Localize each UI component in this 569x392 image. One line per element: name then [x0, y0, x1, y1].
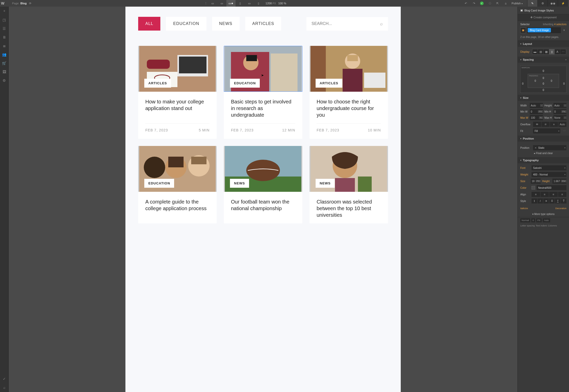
blog-card-image[interactable]: ARTICLES: [138, 46, 217, 92]
selector-dropdown-icon[interactable]: ▾: [562, 29, 566, 32]
page-icon[interactable]: 🗎: [3, 35, 6, 39]
cms-icon[interactable]: ≣: [3, 44, 6, 48]
margin-left[interactable]: 0: [522, 82, 524, 85]
fit-more-icon[interactable]: ⋯: [562, 129, 566, 133]
device-desktop-icon[interactable]: ▭: [217, 0, 226, 7]
spacing-expand-icon[interactable]: ▫: [565, 58, 566, 61]
search-icon[interactable]: ⌕: [380, 21, 383, 26]
section-spacing-header[interactable]: ▾Spacing▫: [518, 57, 569, 63]
inheriting-label[interactable]: Inheriting 4 selectors: [543, 23, 566, 26]
width-input[interactable]: Auto-: [530, 103, 543, 108]
users-icon[interactable]: 👥: [2, 52, 6, 57]
deco-strike-icon[interactable]: T̶: [549, 198, 555, 204]
font-color-swatch[interactable]: [532, 186, 535, 190]
page-name[interactable]: Blog: [20, 2, 27, 5]
padding-right[interactable]: 0: [551, 79, 552, 82]
font-select[interactable]: Satoshi▾: [532, 165, 566, 170]
indent-input[interactable]: Auto: [543, 218, 550, 222]
overflow-visible-icon[interactable]: 👁: [533, 122, 541, 127]
margin-bottom[interactable]: 0: [528, 89, 559, 91]
blog-card-image[interactable]: ▣Blog Card Image⚙➤EDUCATION: [224, 46, 302, 92]
settings-icon[interactable]: ⚙: [3, 78, 6, 83]
category-badge[interactable]: ARTICLES: [144, 79, 171, 88]
category-badge[interactable]: EDUCATION: [230, 79, 260, 88]
filter-tab-news[interactable]: NEWS: [212, 17, 240, 31]
category-badge[interactable]: NEWS: [230, 179, 249, 188]
assets-icon[interactable]: 🖼: [3, 70, 6, 74]
pages-icon[interactable]: ◳: [3, 18, 6, 22]
align-justify-icon[interactable]: ≡: [558, 192, 567, 197]
display-none-icon[interactable]: ⋯: [560, 49, 566, 54]
display-inline-icon[interactable]: A: [555, 49, 560, 54]
blog-card-image[interactable]: NEWS: [309, 146, 388, 192]
search-box[interactable]: ⌕: [306, 17, 388, 31]
deco-underline-icon[interactable]: T: [555, 198, 561, 204]
ecommerce-icon[interactable]: 🛒: [2, 61, 6, 65]
device-base-icon[interactable]: ▭★: [226, 0, 236, 7]
font-color-select[interactable]: Neutral/600: [537, 185, 566, 190]
undo-icon[interactable]: ↶: [464, 2, 468, 5]
line-height-input[interactable]: 1.667EM: [552, 179, 566, 184]
more-type-options-toggle[interactable]: ▾ More type options: [518, 211, 569, 217]
caps-normal[interactable]: Normal: [520, 218, 530, 222]
code-icon[interactable]: 〈〉: [487, 2, 492, 5]
status-check-icon[interactable]: ✓: [3, 377, 6, 381]
height-input[interactable]: Auto-: [553, 103, 567, 108]
margin-right[interactable]: 0: [563, 82, 565, 85]
designer-canvas[interactable]: ALL EDUCATION NEWS ARTICLES ⌕ ARTICLESHo…: [9, 7, 518, 392]
deco-overline-icon[interactable]: T̄: [561, 198, 566, 204]
kebab-menu-icon[interactable]: ⋮: [204, 2, 208, 5]
interactions-panel-tab-icon[interactable]: ◉◉: [548, 0, 558, 7]
status-ok-icon[interactable]: ✓: [480, 2, 484, 5]
margin-top[interactable]: 0: [528, 70, 559, 72]
blog-card-image[interactable]: EDUCATION: [138, 146, 217, 192]
section-typography-header[interactable]: ▾Typography: [518, 157, 569, 163]
padding-bottom[interactable]: 0: [535, 82, 552, 85]
style-regular-icon[interactable]: I: [532, 198, 537, 204]
display-inline-block-icon[interactable]: ▯: [549, 49, 555, 54]
minw-input[interactable]: 0PX: [530, 109, 543, 114]
padding-left[interactable]: 0: [535, 79, 536, 82]
blog-card[interactable]: EDUCATIONA complete guide to the college…: [138, 146, 217, 223]
navigator-icon[interactable]: ☰: [3, 26, 6, 31]
display-grid-icon[interactable]: ▦: [544, 49, 549, 54]
fit-select[interactable]: Fill▾: [533, 128, 560, 133]
search-input[interactable]: [312, 21, 380, 26]
padding-top[interactable]: 0: [535, 77, 552, 79]
class-selector-input[interactable]: Blog Card Image: [527, 27, 561, 33]
viewport-size[interactable]: 1208 PX 100 %: [266, 2, 286, 5]
deco-none-icon[interactable]: ✕: [543, 198, 549, 204]
category-badge[interactable]: ARTICLES: [316, 79, 342, 88]
audit-icon[interactable]: ⩍: [503, 2, 508, 5]
blog-card-image[interactable]: ARTICLES: [309, 46, 388, 92]
position-select[interactable]: ✕Static▾: [533, 145, 566, 150]
overflow-auto[interactable]: Auto: [558, 122, 566, 127]
blog-card[interactable]: ▣Blog Card Image⚙➤EDUCATIONBasic steps t…: [224, 46, 302, 139]
style-italic-icon[interactable]: I: [537, 198, 543, 204]
minh-input[interactable]: 0PX: [553, 109, 567, 114]
section-size-header[interactable]: ▾Size: [518, 95, 569, 101]
float-clear-toggle[interactable]: ▸ Float and clear: [520, 150, 566, 155]
font-size-input[interactable]: 18PX: [531, 179, 541, 184]
filter-tab-all[interactable]: ALL: [138, 17, 160, 31]
spacing-control[interactable]: MARGIN 0 PADDING 0 0 0 0 0: [520, 66, 566, 93]
filter-tab-articles[interactable]: ARTICLES: [245, 17, 281, 31]
device-tablet-icon[interactable]: ▯: [236, 0, 245, 7]
add-element-icon[interactable]: ＋: [3, 9, 6, 13]
publish-button[interactable]: Publish ▾: [512, 2, 523, 5]
class-chip[interactable]: Blog Card Image: [528, 28, 551, 32]
device-landscape-icon[interactable]: ▭: [245, 0, 254, 7]
create-component-button[interactable]: ❖ Create component: [518, 14, 569, 21]
align-right-icon[interactable]: ≡: [549, 192, 558, 197]
effects-panel-tab-icon[interactable]: ⚡: [558, 0, 568, 7]
filter-tab-education[interactable]: EDUCATION: [166, 17, 206, 31]
device-mobile-icon[interactable]: ▯: [254, 0, 263, 7]
refresh-icon[interactable]: ⟳: [29, 2, 31, 5]
settings-panel-tab-icon[interactable]: ⚙: [537, 0, 548, 7]
blog-card[interactable]: ARTICLESHow to choose the right undergra…: [309, 46, 388, 139]
blog-card[interactable]: NEWSOur football team won the national c…: [224, 146, 302, 223]
webflow-logo-icon[interactable]: W: [1, 1, 4, 5]
blog-card-image[interactable]: NEWS: [224, 146, 302, 192]
overflow-hidden-icon[interactable]: ⧄: [541, 122, 550, 127]
category-badge[interactable]: NEWS: [316, 179, 335, 188]
